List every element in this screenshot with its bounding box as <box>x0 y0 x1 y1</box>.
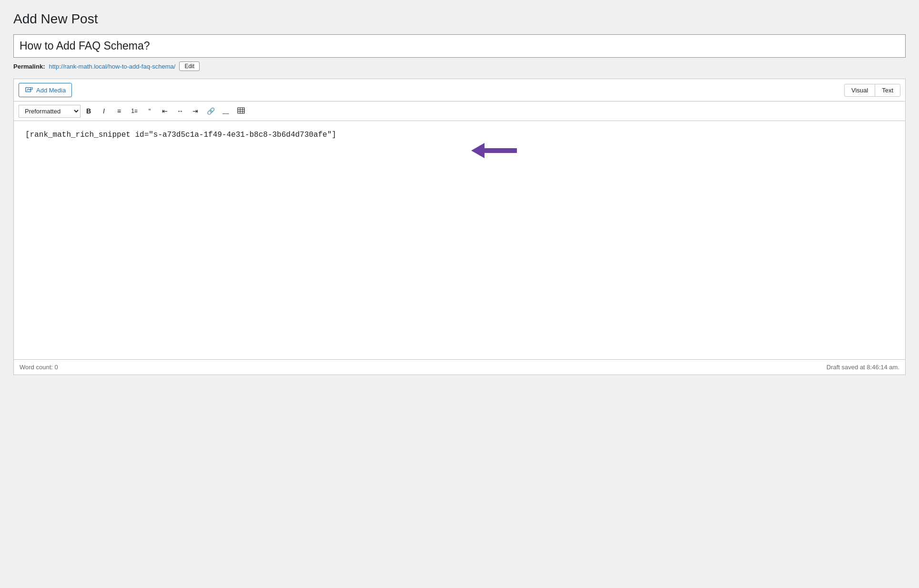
permalink-row: Permalink: http://rank-math.local/how-to… <box>13 61 906 71</box>
arrow-body <box>485 148 517 153</box>
align-left-icon: ⇤ <box>162 107 168 115</box>
view-toggle: Visual Text <box>844 84 900 97</box>
align-right-button[interactable]: ⇥ <box>188 104 202 118</box>
table-button[interactable] <box>234 104 248 118</box>
word-count: Word count: 0 <box>20 364 58 371</box>
add-media-button[interactable]: Add Media <box>19 83 72 97</box>
italic-button[interactable]: I <box>97 104 111 118</box>
horizontal-rule-icon: ⎯⎯ <box>222 108 229 114</box>
align-center-button[interactable]: ↔ <box>173 104 187 118</box>
visual-tab[interactable]: Visual <box>844 84 875 97</box>
table-icon <box>237 107 245 115</box>
link-button[interactable]: 🔗 <box>203 104 218 118</box>
arrow-annotation <box>471 143 517 158</box>
formatting-toolbar: Preformatted B I ≡ 1≡ “ ⇤ ↔ ⇥ 🔗 <box>14 101 905 121</box>
ordered-list-icon: 1≡ <box>131 108 138 114</box>
unordered-list-button[interactable]: ≡ <box>112 104 126 118</box>
post-title-input[interactable] <box>13 34 906 58</box>
align-right-icon: ⇥ <box>192 107 198 115</box>
format-select[interactable]: Preformatted <box>19 105 81 118</box>
add-media-label: Add Media <box>36 87 66 94</box>
permalink-edit-button[interactable]: Edit <box>179 61 200 71</box>
editor-container: Add Media Visual Text Preformatted B I ≡… <box>13 79 906 375</box>
ordered-list-button[interactable]: 1≡ <box>127 104 141 118</box>
permalink-label: Permalink: <box>13 63 45 70</box>
horizontal-rule-button[interactable]: ⎯⎯ <box>219 104 233 118</box>
text-tab[interactable]: Text <box>875 84 900 97</box>
blockquote-button[interactable]: “ <box>142 104 157 118</box>
permalink-link[interactable]: http://rank-math.local/how-to-add-faq-sc… <box>49 63 175 70</box>
shortcode-content: [rank_math_rich_snippet id="s-a73d5c1a-1… <box>25 131 894 139</box>
editor-body[interactable]: [rank_math_rich_snippet id="s-a73d5c1a-1… <box>14 121 905 359</box>
bold-button[interactable]: B <box>81 104 96 118</box>
blockquote-icon: “ <box>149 107 151 115</box>
editor-toolbar-top: Add Media Visual Text <box>14 79 905 101</box>
align-left-button[interactable]: ⇤ <box>158 104 172 118</box>
align-center-icon: ↔ <box>177 107 183 115</box>
draft-saved: Draft saved at 8:46:14 am. <box>827 364 899 371</box>
svg-rect-4 <box>238 108 244 113</box>
editor-footer: Word count: 0 Draft saved at 8:46:14 am. <box>14 359 905 375</box>
link-icon: 🔗 <box>207 107 215 115</box>
add-media-icon <box>25 86 33 94</box>
arrow-head <box>471 143 485 158</box>
unordered-list-icon: ≡ <box>117 107 121 115</box>
page-title: Add New Post <box>13 11 906 27</box>
